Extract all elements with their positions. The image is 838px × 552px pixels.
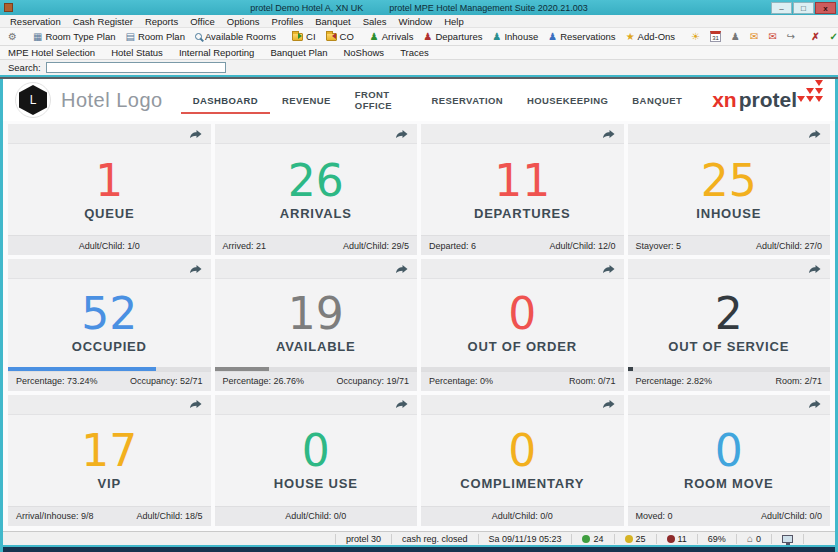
- footer-center: Adult/Child: 1/0: [79, 241, 140, 251]
- app-window: protel Demo Hotel A, XN UK protel MPE Ho…: [0, 0, 838, 552]
- close-button[interactable]: x: [815, 2, 836, 14]
- check-in-folder-icon: [292, 33, 303, 41]
- sun-button[interactable]: ☀: [686, 30, 705, 44]
- menu-options[interactable]: Options: [221, 16, 266, 27]
- exit-arrow-icon: ↪: [787, 32, 795, 42]
- menu-reports[interactable]: Reports: [139, 16, 184, 27]
- menu-cash-register[interactable]: Cash Register: [67, 16, 139, 27]
- card-out-of-order: 0 OUT OF ORDER Percentage: 0% Room: 0/71: [421, 259, 624, 390]
- status-cash-register: cash reg. closed: [392, 532, 478, 545]
- card-label: ARRIVALS: [280, 206, 352, 221]
- available-rooms-button[interactable]: Available Rooms: [190, 29, 281, 44]
- menu-profiles[interactable]: Profiles: [266, 16, 310, 27]
- title-bar[interactable]: protel Demo Hotel A, XN UK protel MPE Ho…: [0, 0, 838, 15]
- nav-traces[interactable]: Traces: [400, 47, 429, 58]
- inhouse-button[interactable]: ♟Inhouse: [487, 29, 543, 44]
- share-arrow-icon[interactable]: [189, 264, 203, 274]
- tab-revenue[interactable]: REVENUE: [270, 87, 343, 114]
- menu-office[interactable]: Office: [184, 16, 221, 27]
- status-counter-yellow: 25: [615, 532, 656, 545]
- share-arrow-icon[interactable]: [189, 399, 203, 409]
- green-status-icon: [582, 535, 590, 543]
- card-body: 2 OUT OF SERVICE: [628, 279, 831, 366]
- share-arrow-icon[interactable]: [602, 264, 616, 274]
- guest-profile-button[interactable]: ♟: [726, 30, 745, 44]
- mail-alert-button[interactable]: ✉: [763, 30, 781, 44]
- arrivals-button[interactable]: ♟Arrivals: [365, 29, 419, 44]
- hexagon-logo-icon: L: [19, 85, 47, 115]
- inhouse-person-icon: ♟: [492, 32, 501, 42]
- status-bar: protel 30 cash reg. closed Sa 09/11/19 0…: [3, 531, 835, 545]
- nav-internal-reporting[interactable]: Internal Reporting: [179, 47, 255, 58]
- window-bottom-edge: [3, 545, 835, 552]
- tab-housekeeping[interactable]: HOUSEKEEPING: [515, 87, 620, 114]
- menu-sales[interactable]: Sales: [357, 16, 393, 27]
- add-ons-button[interactable]: ★Add-Ons: [621, 29, 680, 44]
- reservations-person-icon: ♟: [548, 32, 557, 42]
- room-plan-button[interactable]: ▤Room Plan: [120, 29, 189, 44]
- share-arrow-icon[interactable]: [808, 129, 822, 139]
- share-arrow-icon[interactable]: [808, 399, 822, 409]
- minimize-button[interactable]: –: [771, 2, 792, 14]
- dashboard-header: L Hotel Logo DASHBOARD REVENUE FRONT OFF…: [3, 79, 835, 121]
- brand-protel: protel: [739, 88, 797, 112]
- main-frame: L Hotel Logo DASHBOARD REVENUE FRONT OFF…: [0, 79, 838, 552]
- card-label: QUEUE: [84, 206, 134, 221]
- exit-button[interactable]: ↪: [782, 30, 800, 44]
- calendar-31-icon: 31: [710, 31, 721, 42]
- menu-banquet[interactable]: Banquet: [309, 16, 356, 27]
- search-row: Search:: [0, 60, 838, 75]
- confirm-button[interactable]: ✓: [825, 30, 838, 44]
- card-body: 0 COMPLIMENTARY: [421, 415, 624, 506]
- footer-right: Adult/Child: 27/0: [756, 241, 822, 251]
- card-value: 11: [494, 159, 550, 203]
- room-type-plan-button[interactable]: ▦Room Type Plan: [28, 29, 121, 44]
- card-header: [215, 124, 418, 144]
- share-arrow-icon[interactable]: [602, 399, 616, 409]
- card-header: [421, 124, 624, 144]
- xn-protel-brand: xn protel: [712, 88, 823, 112]
- share-arrow-icon[interactable]: [395, 264, 409, 274]
- search-input[interactable]: [46, 62, 226, 73]
- tab-reservation[interactable]: RESERVATION: [420, 87, 515, 114]
- departures-button[interactable]: ♟Departures: [418, 29, 487, 44]
- nav-noshows[interactable]: NoShows: [343, 47, 384, 58]
- gear-icon: ⚙: [8, 32, 17, 42]
- tab-front-office[interactable]: FRONT OFFICE: [343, 81, 420, 119]
- maximize-button[interactable]: □: [793, 2, 814, 14]
- settings-button[interactable]: ⚙: [3, 30, 22, 44]
- share-arrow-icon[interactable]: [395, 129, 409, 139]
- tab-banquet[interactable]: BANQUET: [620, 87, 694, 114]
- tab-dashboard[interactable]: DASHBOARD: [181, 87, 270, 114]
- share-arrow-icon[interactable]: [189, 129, 203, 139]
- footer-left: Arrived: 21: [223, 241, 267, 251]
- star-icon: ★: [626, 32, 635, 42]
- card-footer: Percentage: 0% Room: 0/71: [421, 371, 624, 391]
- share-arrow-icon[interactable]: [808, 264, 822, 274]
- hotel-logo: L: [15, 82, 51, 118]
- reservations-button[interactable]: ♟Reservations: [543, 29, 620, 44]
- card-footer: Stayover: 5 Adult/Child: 27/0: [628, 235, 831, 255]
- cancel-button[interactable]: ✗: [806, 30, 824, 44]
- card-header: [215, 259, 418, 279]
- menu-help[interactable]: Help: [438, 16, 470, 27]
- card-footer: Moved: 0 Adult/Child: 0/0: [628, 506, 831, 526]
- check-in-button[interactable]: CI: [287, 29, 321, 44]
- card-inhouse: 25 INHOUSE Stayover: 5 Adult/Child: 27/0: [628, 124, 831, 255]
- card-body: 17 VIP: [8, 415, 211, 506]
- share-arrow-icon[interactable]: [602, 129, 616, 139]
- calendar-button[interactable]: 31: [705, 29, 726, 44]
- nav-mpe-hotel-selection[interactable]: MPE Hotel Selection: [8, 47, 95, 58]
- footer-left: Percentage: 73.24%: [16, 376, 98, 386]
- share-arrow-icon[interactable]: [395, 399, 409, 409]
- menu-window[interactable]: Window: [392, 16, 438, 27]
- card-value: 2: [715, 292, 743, 336]
- card-footer: Adult/Child: 0/0: [421, 506, 624, 526]
- card-footer: Arrival/Inhouse: 9/8 Adult/Child: 18/5: [8, 506, 211, 526]
- mail-button[interactable]: ✉: [745, 30, 763, 44]
- nav-banquet-plan[interactable]: Banquet Plan: [270, 47, 327, 58]
- menu-reservation[interactable]: Reservation: [4, 16, 67, 27]
- check-out-button[interactable]: CO: [321, 29, 359, 44]
- card-out-of-service: 2 OUT OF SERVICE Percentage: 2.82% Room:…: [628, 259, 831, 390]
- nav-hotel-status[interactable]: Hotel Status: [111, 47, 163, 58]
